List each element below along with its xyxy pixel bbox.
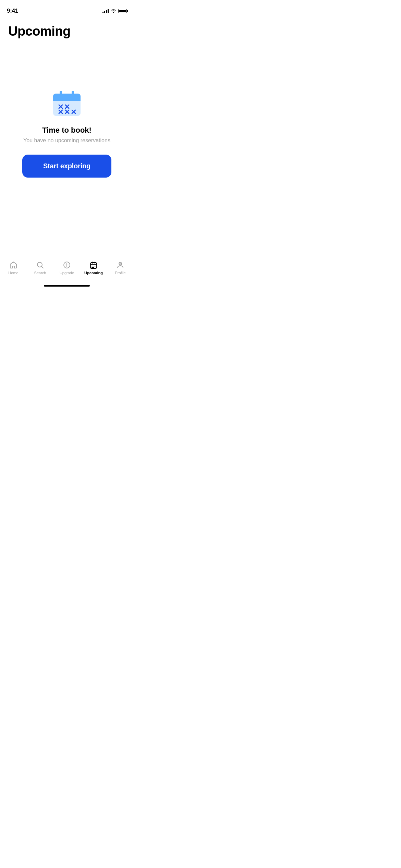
- tab-upgrade[interactable]: Upgrade: [53, 261, 80, 275]
- svg-point-26: [119, 262, 122, 265]
- home-icon: [9, 261, 18, 269]
- status-bar: 9:41: [0, 0, 134, 17]
- empty-state-subtitle: You have no upcoming reservations: [23, 137, 110, 144]
- battery-icon: [118, 9, 127, 13]
- tab-upgrade-label: Upgrade: [60, 271, 74, 275]
- status-icons: [102, 9, 127, 13]
- home-indicator: [44, 285, 90, 287]
- signal-icon: [102, 9, 109, 13]
- tab-search-label: Search: [34, 271, 46, 275]
- wifi-icon: [111, 9, 116, 13]
- tab-search[interactable]: Search: [27, 261, 53, 275]
- upcoming-icon: [89, 261, 98, 269]
- empty-state-title: Time to book!: [42, 126, 92, 135]
- search-icon: [36, 261, 45, 269]
- calendar-illustration: [51, 88, 82, 119]
- page-title: Upcoming: [8, 24, 125, 39]
- tab-profile[interactable]: Profile: [107, 261, 134, 275]
- status-time: 9:41: [7, 8, 18, 14]
- svg-rect-3: [60, 91, 62, 97]
- svg-rect-4: [72, 91, 74, 97]
- tab-home[interactable]: Home: [0, 261, 27, 275]
- tab-upcoming-label: Upcoming: [84, 271, 103, 275]
- svg-line-16: [42, 266, 44, 268]
- main-content: Upcoming: [0, 17, 134, 255]
- tab-home-label: Home: [8, 271, 18, 275]
- tab-bar: Home Search Upgrade: [0, 255, 134, 285]
- profile-icon: [116, 261, 125, 269]
- svg-rect-2: [53, 97, 81, 101]
- tab-profile-label: Profile: [115, 271, 125, 275]
- upgrade-icon: [62, 261, 71, 269]
- tab-upcoming[interactable]: Upcoming: [80, 261, 107, 275]
- empty-state: Time to book! You have no upcoming reser…: [8, 39, 125, 255]
- start-exploring-button[interactable]: Start exploring: [22, 155, 111, 178]
